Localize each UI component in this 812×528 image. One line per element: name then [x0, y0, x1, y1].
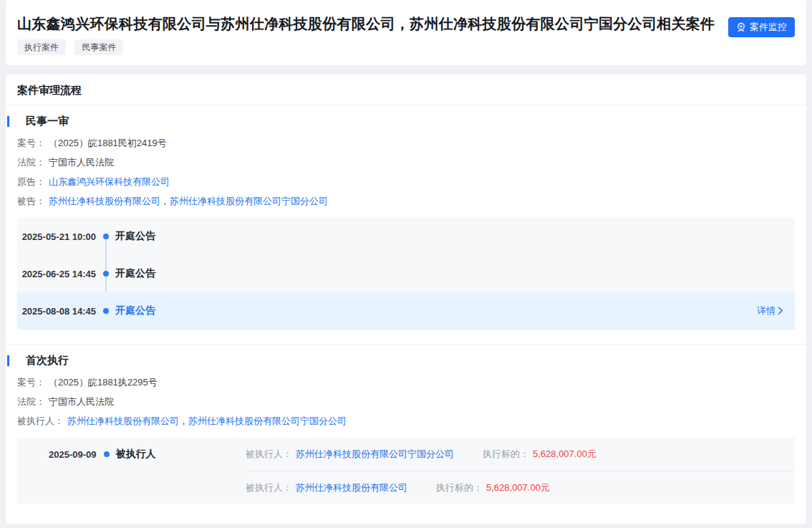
event-type: 被执行人	[116, 448, 156, 461]
field-plaintiff: 原告： 山东鑫鸿兴环保科技有限公司	[17, 176, 795, 188]
defendant-company-link-2[interactable]: 苏州仕净科技股份有限公司宁国分公司	[170, 195, 328, 208]
executee-company-link-2[interactable]: 苏州仕净科技股份有限公司宁国分公司	[188, 415, 347, 428]
case-number-value: （2025）皖1881执2295号	[49, 376, 158, 389]
event-datetime: 2025-06-25 14:45	[17, 269, 96, 279]
execution-event-box: 2025-09-09 被执行人 被执行人： 苏州仕净科技股份有限公司宁国分公司 …	[17, 438, 795, 504]
timeline-dot-icon	[103, 271, 109, 277]
event-datetime: 2025-05-21 10:00	[17, 231, 96, 242]
field-court: 法院： 宁国市人民法院	[17, 157, 795, 168]
entry-label: 被执行人：	[246, 481, 292, 494]
event-datetime: 2025-08-08 14:45	[17, 306, 96, 317]
execution-amount: 5,628,007.00元	[533, 448, 596, 461]
timeline-row-active: 2025-08-08 14:45 开庭公告 详情	[17, 292, 795, 330]
field-label: 法院：	[17, 156, 45, 169]
plaintiff-company-link[interactable]: 山东鑫鸿兴环保科技有限公司	[49, 176, 170, 188]
timeline-dot-icon	[103, 234, 109, 239]
case-header-card: 山东鑫鸿兴环保科技有限公司与苏州仕净科技股份有限公司，苏州仕净科技股份有限公司宁…	[6, 0, 806, 65]
field-defendant: 被告： 苏州仕净科技股份有限公司 ， 苏州仕净科技股份有限公司宁国分公司	[17, 196, 795, 207]
entry-label: 被执行人：	[246, 448, 292, 461]
field-case-number: 案号： （2025）皖1881执2295号	[17, 377, 795, 388]
detail-link[interactable]: 详情	[757, 304, 783, 317]
timeline-dot-icon	[104, 451, 110, 457]
defendant-company-link-1[interactable]: 苏州仕净科技股份有限公司	[49, 195, 160, 208]
execution-event-node: 2025-09-09 被执行人	[17, 438, 246, 504]
timeline-row: 2025-05-21 10:00 开庭公告	[17, 218, 795, 255]
case-number-value: （2025）皖1881民初2419号	[49, 137, 167, 150]
page-title: 山东鑫鸿兴环保科技有限公司与苏州仕净科技股份有限公司，苏州仕净科技股份有限公司宁…	[17, 14, 720, 33]
section-first-execution: 首次执行 案号： （2025）皖1881执2295号 法院： 宁国市人民法院 被…	[6, 355, 806, 504]
field-label: 被告：	[17, 195, 45, 208]
court-value: 宁国市人民法院	[49, 156, 114, 169]
field-label: 法院：	[17, 395, 45, 408]
civil-section-title: 民事一审	[26, 115, 69, 128]
hearing-timeline: 2025-05-21 10:00 开庭公告 2025-06-25 14:45 开…	[17, 218, 795, 330]
field-label: 案号：	[17, 376, 45, 389]
entry-company-link[interactable]: 苏州仕净科技股份有限公司宁国分公司	[296, 448, 454, 461]
entry-company-link[interactable]: 苏州仕净科技股份有限公司	[296, 481, 407, 494]
field-executee: 被执行人： 苏州仕净科技股份有限公司 ， 苏州仕净科技股份有限公司宁国分公司	[17, 416, 795, 427]
monitor-icon	[736, 22, 746, 32]
court-value: 宁国市人民法院	[49, 395, 114, 408]
civil-section-header: 民事一审	[7, 115, 795, 127]
section-divider	[6, 344, 806, 345]
tag-execution-case: 执行案件	[17, 39, 66, 55]
execution-entry: 被执行人： 苏州仕净科技股份有限公司宁国分公司 执行标的： 5,628,007.…	[246, 438, 795, 471]
execution-amount: 5,628,007.00元	[486, 481, 550, 494]
amount-label: 执行标的：	[483, 448, 529, 461]
case-tags: 执行案件 民事案件	[17, 39, 720, 55]
executee-company-link-1[interactable]: 苏州仕净科技股份有限公司	[67, 415, 179, 428]
section-accent-bar	[7, 116, 9, 127]
case-monitor-button[interactable]: 案件监控	[728, 17, 795, 37]
separator: ，	[160, 195, 170, 208]
event-date: 2025-09-09	[49, 449, 97, 460]
event-type: 开庭公告	[115, 304, 155, 317]
timeline-row: 2025-06-25 14:45 开庭公告	[17, 255, 795, 292]
execution-entries: 被执行人： 苏州仕净科技股份有限公司宁国分公司 执行标的： 5,628,007.…	[246, 438, 795, 504]
section-accent-bar	[7, 355, 9, 366]
field-label: 被执行人：	[17, 415, 64, 428]
chevron-right-icon	[778, 306, 783, 317]
case-flow-card: 案件审理流程 民事一审 案号： （2025）皖1881民初2419号 法院： 宁…	[6, 75, 806, 524]
flow-header-title: 案件审理流程	[6, 75, 806, 105]
monitor-button-label: 案件监控	[750, 21, 787, 34]
timeline-dot-icon	[103, 308, 109, 314]
separator: ，	[179, 415, 188, 428]
field-court: 法院： 宁国市人民法院	[17, 396, 795, 408]
exec-section-title: 首次执行	[26, 354, 69, 368]
detail-link-label: 详情	[757, 304, 775, 317]
section-civil-first-instance: 民事一审 案号： （2025）皖1881民初2419号 法院： 宁国市人民法院 …	[6, 115, 806, 330]
amount-label: 执行标的：	[436, 481, 483, 494]
event-type: 开庭公告	[115, 267, 155, 280]
event-type: 开庭公告	[115, 230, 155, 243]
exec-section-header: 首次执行	[7, 355, 795, 366]
execution-entry: 被执行人： 苏州仕净科技股份有限公司 执行标的： 5,628,007.00元	[246, 471, 795, 504]
field-label: 原告：	[17, 176, 45, 188]
field-label: 案号：	[17, 137, 45, 150]
field-case-number: 案号： （2025）皖1881民初2419号	[17, 138, 795, 149]
tag-civil-case: 民事案件	[74, 39, 123, 55]
page: 山东鑫鸿兴环保科技有限公司与苏州仕净科技股份有限公司，苏州仕净科技股份有限公司宁…	[0, 0, 812, 524]
